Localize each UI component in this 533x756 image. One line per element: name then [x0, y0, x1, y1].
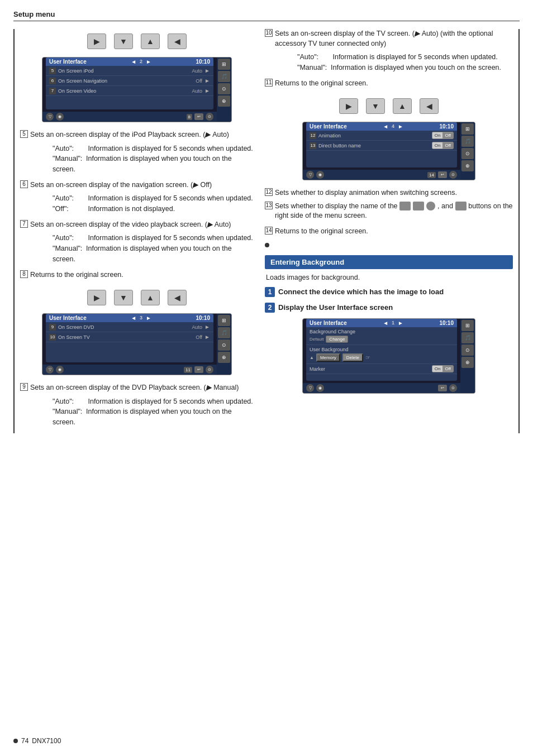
side-icon-2c: ⊙ [218, 339, 230, 351]
user-bg-controls: ▲ Memory Delete ☞ [310, 353, 370, 362]
section-header-entering-bg: Entering Background [265, 255, 513, 269]
desc-num-12: 12 [265, 188, 273, 196]
down-btn-2[interactable]: ▼ [114, 290, 133, 305]
side-icon-4c: ⊙ [461, 344, 474, 356]
two-col-layout: ▶ ▼ ▲ ◀ User Interface ◄ [13, 29, 520, 433]
hand-cursor-icon: ☞ [365, 355, 370, 361]
panel-right-arrow-2: ► [146, 315, 151, 321]
up-btn-3[interactable]: ▲ [393, 98, 412, 114]
side-icon-1d: ⊕ [218, 95, 230, 107]
desc-item-5: 5 Sets an on-screen display of the iPod … [20, 130, 254, 140]
bottom-icons-left-2: ▽ ◉ [46, 366, 64, 374]
panel-title-3: User Interface [310, 123, 347, 130]
desc-num-10: 10 [265, 29, 273, 37]
nav-buttons-row-3: ▶ ▼ ▲ ◀ [265, 94, 513, 116]
ui-main-part-3: User Interface ◄ 4 ► 10:10 12 [303, 122, 460, 180]
bottom-badge-3: 14 [427, 172, 436, 178]
marker-off: Off [442, 366, 453, 372]
delete-button[interactable]: Delete [342, 353, 363, 362]
panel-row-direct: 13 Direct button name On Off [306, 141, 457, 151]
panel-row-user-bg: User Background ▲ Memory Delete ☞ [306, 345, 457, 364]
panel-row-marker: Marker On Off [306, 364, 457, 374]
ui-panel-header-1: User Interface ◄ 2 ► 10:10 [46, 58, 213, 66]
row-num-6: 6 [49, 78, 56, 84]
memory-button[interactable]: Memory [316, 353, 340, 362]
row-num-7: 7 [49, 88, 56, 94]
device-ui-2: User Interface ◄ 3 ► 10:10 9 [42, 313, 232, 375]
marker-on: On [432, 366, 443, 372]
bottom-icons-left-1: ▽ ◉ [46, 113, 64, 121]
desc-item-9: 9 Sets an on-screen display of the DVD P… [20, 383, 254, 393]
panel-left-arrow-4: ◄ [383, 320, 388, 326]
desc-block-6: 6 Sets an on-screen display of the navig… [20, 180, 254, 214]
panel-page-4: 1 [392, 320, 394, 326]
desc-item-14: 14 Returns to the original screen. [265, 227, 513, 237]
bg-change-controls: Default Change [310, 336, 348, 343]
row-num-10: 10 [49, 334, 56, 341]
device-ui-1: User Interface ◄ 2 ► 10:10 5 [42, 57, 232, 122]
bottom-icon-back-3: ↩ [438, 171, 447, 178]
row-label-marker: Marker [310, 366, 432, 372]
change-button[interactable]: Change [326, 336, 348, 343]
desc-text-11: Returns to the original screen. [275, 79, 513, 89]
prev-btn-3[interactable]: ▶ [339, 98, 358, 114]
ui-main-part-4: User Interface ◄ 1 ► 10:10 Backgrou [303, 319, 460, 393]
desc-sub-7b: "Manual":Information is displayed when y… [20, 243, 254, 265]
side-icon-1a: ⊞ [218, 59, 230, 70]
desc-item-8: 8 Returns to the original screen. [20, 270, 254, 280]
panel-row-video: 7 On Screen Video Auto ► [46, 86, 213, 96]
left-column: ▶ ▼ ▲ ◀ User Interface ◄ [13, 29, 254, 433]
down-btn-3[interactable]: ▼ [366, 98, 385, 114]
bottom-icon-menu-2: ⊙ [206, 366, 213, 374]
bottom-icon-back-4: ↩ [438, 385, 447, 391]
ui-panel-1: User Interface ◄ 2 ► 10:10 5 [46, 58, 213, 109]
desc-num-14: 14 [265, 227, 273, 235]
bottom-icon-back-1: ↩ [194, 113, 203, 120]
desc-text-7: Sets an on-screen display of the video p… [30, 220, 254, 230]
desc-sub-6a: "Auto": Information is displayed for 5 s… [20, 193, 254, 204]
section-title: Entering Background [270, 258, 344, 266]
up-btn-1[interactable]: ▲ [141, 34, 160, 49]
bottom-icon-vol-4: ▽ [306, 384, 314, 392]
desc-sub-5a: "Auto": Information is displayed for 5 s… [20, 143, 254, 154]
back-btn-1[interactable]: ◀ [168, 34, 187, 49]
desc-sub-10a: "Auto": Information is displayed for 5 s… [265, 52, 513, 63]
prev-btn-2[interactable]: ▶ [87, 290, 106, 305]
desc-text-8: Returns to the original screen. [30, 270, 254, 280]
side-icon-2b: 🎵 [218, 327, 230, 338]
ui-panel-header-3: User Interface ◄ 4 ► 10:10 [306, 122, 457, 131]
direct-toggle[interactable]: On Off [432, 142, 454, 149]
ui-bottom-bar-3: ▽ ◉ 14 ↩ ⊙ [303, 170, 460, 180]
back-btn-3[interactable]: ◀ [420, 98, 439, 114]
panel-right-arrow-3: ► [398, 123, 403, 130]
ui-panel-container-2: User Interface ◄ 3 ► 10:10 9 [42, 314, 231, 375]
ui-panel-container-3: User Interface ◄ 4 ► 10:10 12 [303, 122, 475, 180]
step-text-2: Display the User Interface screen [278, 303, 393, 313]
side-icon-1b: 🎵 [218, 71, 230, 82]
bottom-icons-right-1: 8 ↩ ⊙ [187, 113, 213, 121]
desc-text-5: Sets an on-screen display of the iPod Pl… [30, 130, 254, 140]
bottom-icons-right-4: ↩ ⊙ [438, 384, 457, 392]
bottom-badge-1: 8 [187, 114, 192, 120]
page-container: Setup menu ▶ ▼ ▲ ◀ [0, 0, 533, 756]
prev-btn-1[interactable]: ▶ [87, 34, 106, 49]
bottom-icon-src-4: ◉ [316, 384, 324, 392]
back-btn-2[interactable]: ◀ [168, 290, 187, 305]
anim-toggle[interactable]: On Off [432, 132, 454, 139]
marker-toggle[interactable]: On Off [432, 365, 454, 372]
panel-arrows-3: ◄ 4 ► [383, 123, 403, 130]
row-num-5: 5 [49, 68, 56, 74]
ui-panel-container-4: User Interface ◄ 1 ► 10:10 Backgrou [303, 319, 475, 393]
ui-side-part-3: ⊞ 🎵 ⊙ ⊕ [460, 122, 475, 180]
panel-row-anim: 12 Animation On Off [306, 131, 457, 141]
up-arrow-icon: ▲ [310, 355, 314, 360]
direct-off: Off [442, 142, 453, 149]
panel-arrows-2: ◄ 3 ► [131, 315, 151, 321]
down-btn-1[interactable]: ▼ [114, 34, 133, 49]
desc-item-11: 11 Returns to the original screen. [265, 79, 513, 89]
row-num-12: 12 [310, 132, 316, 139]
row-label-ipod: On Screen iPod [58, 68, 192, 74]
row-value-video: Auto [192, 88, 203, 94]
side-icon-4d: ⊕ [461, 357, 474, 368]
up-btn-2[interactable]: ▲ [141, 290, 160, 305]
